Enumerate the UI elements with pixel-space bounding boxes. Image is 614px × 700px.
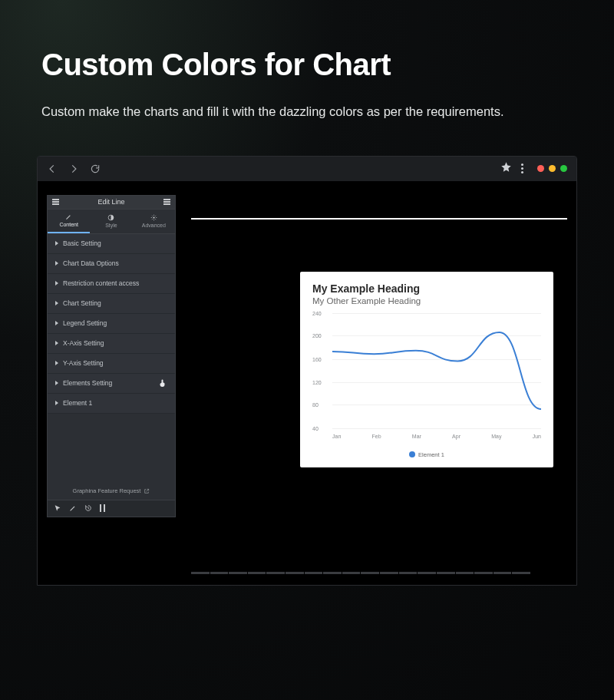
- tab-advanced-label: Advanced: [142, 223, 166, 228]
- panel-menu-icon[interactable]: [163, 199, 170, 205]
- legend-swatch: [409, 451, 415, 457]
- editor-title: Edit Line: [97, 198, 124, 206]
- editor-panel: Edit Line Content Style Advanced: [47, 195, 176, 517]
- accordion-label: Chart Setting: [63, 299, 101, 307]
- caret-icon: [55, 381, 58, 385]
- caret-icon: [55, 341, 58, 345]
- horizontal-rule: [191, 218, 567, 220]
- accordion-label: Y-Axis Setting: [63, 359, 104, 367]
- caret-icon: [55, 401, 58, 405]
- browser-viewport: Edit Line Content Style Advanced: [38, 181, 576, 585]
- page-title: Custom Colors for Chart: [41, 48, 573, 82]
- plot-area: [332, 313, 541, 428]
- x-tick: Apr: [452, 434, 460, 439]
- accordion-label: Legend Setting: [63, 319, 107, 327]
- browser-window: Edit Line Content Style Advanced: [37, 156, 577, 586]
- svg-point-1: [153, 216, 154, 218]
- legend-label: Element 1: [418, 451, 444, 458]
- x-tick: Feb: [372, 434, 381, 439]
- feature-request-link[interactable]: Graphina Feature Request: [48, 483, 175, 500]
- browser-toolbar: [38, 157, 576, 181]
- accordion: Basic Setting Chart Data Options Restric…: [48, 234, 175, 414]
- x-tick: Jan: [332, 434, 341, 439]
- accordion-label: Chart Data Options: [63, 259, 119, 267]
- accordion-item-basic-setting[interactable]: Basic Setting: [48, 234, 175, 254]
- caret-icon: [55, 281, 58, 286]
- pause-icon[interactable]: [100, 504, 105, 512]
- contrast-icon: [107, 214, 114, 221]
- external-link-icon: [144, 488, 150, 494]
- cursor-icon[interactable]: [54, 504, 61, 512]
- editor-tabs: Content Style Advanced: [48, 210, 175, 234]
- tab-content[interactable]: Content: [48, 210, 90, 233]
- pencil-icon: [65, 213, 72, 220]
- back-icon[interactable]: [47, 163, 58, 174]
- accordion-label: Elements Setting: [63, 379, 112, 387]
- accordion-item-legend-setting[interactable]: Legend Setting: [48, 314, 175, 334]
- y-tick: 40: [312, 425, 319, 431]
- hamburger-icon[interactable]: [52, 199, 59, 205]
- caret-icon: [55, 321, 58, 325]
- chart-line-path: [332, 313, 541, 428]
- line-chart: 240 200 160 120 80 40: [312, 313, 541, 451]
- chart-subtitle: My Other Example Heading: [312, 296, 541, 305]
- tab-content-label: Content: [59, 222, 78, 227]
- x-tick: Jun: [533, 434, 541, 439]
- cursor-hand-icon: [158, 378, 167, 388]
- menu-icon[interactable]: [521, 163, 523, 173]
- accordion-item-chart-setting[interactable]: Chart Setting: [48, 294, 175, 314]
- design-canvas: My Example Heading My Other Example Head…: [191, 195, 567, 562]
- caret-icon: [55, 261, 58, 266]
- accordion-item-restriction[interactable]: Restriction content access: [48, 274, 175, 294]
- chart-legend: Element 1: [312, 451, 541, 458]
- editor-footer: [48, 500, 175, 517]
- accordion-item-y-axis-setting[interactable]: Y-Axis Setting: [48, 354, 175, 374]
- caret-icon: [55, 361, 58, 365]
- accordion-label: Restriction content access: [63, 279, 139, 287]
- accordion-label: X-Axis Setting: [63, 339, 104, 347]
- accordion-label: Element 1: [63, 399, 92, 407]
- x-axis: Jan Feb Mar Apr May Jun: [332, 434, 541, 439]
- y-tick: 80: [312, 402, 319, 408]
- page-subtitle: Custom make the charts and fill it with …: [41, 102, 533, 122]
- edit-icon[interactable]: [69, 504, 77, 512]
- window-controls[interactable]: [537, 165, 567, 172]
- chart-card: My Example Heading My Other Example Head…: [300, 272, 553, 467]
- x-tick: Mar: [412, 434, 421, 439]
- reload-icon[interactable]: [90, 163, 101, 174]
- history-icon[interactable]: [84, 504, 92, 512]
- y-tick: 160: [312, 356, 322, 362]
- y-tick: 240: [312, 310, 322, 315]
- accordion-item-x-axis-setting[interactable]: X-Axis Setting: [48, 334, 175, 354]
- x-tick: May: [491, 434, 501, 439]
- feature-request-label: Graphina Feature Request: [73, 487, 141, 494]
- bookmark-icon[interactable]: [500, 161, 512, 176]
- tab-style[interactable]: Style: [90, 210, 132, 233]
- gear-icon: [150, 214, 157, 221]
- forward-icon[interactable]: [68, 163, 79, 174]
- y-tick: 200: [312, 333, 322, 338]
- bottom-scrubber[interactable]: [191, 572, 530, 574]
- accordion-label: Basic Setting: [63, 239, 101, 247]
- caret-icon: [55, 301, 58, 305]
- chart-title: My Example Heading: [312, 282, 541, 295]
- y-tick: 120: [312, 379, 322, 385]
- accordion-item-elements-setting[interactable]: Elements Setting: [48, 374, 175, 394]
- tab-advanced[interactable]: Advanced: [133, 210, 175, 233]
- accordion-item-chart-data-options[interactable]: Chart Data Options: [48, 254, 175, 274]
- tab-style-label: Style: [105, 223, 117, 228]
- caret-icon: [55, 241, 58, 246]
- accordion-item-element-1[interactable]: Element 1: [48, 394, 175, 414]
